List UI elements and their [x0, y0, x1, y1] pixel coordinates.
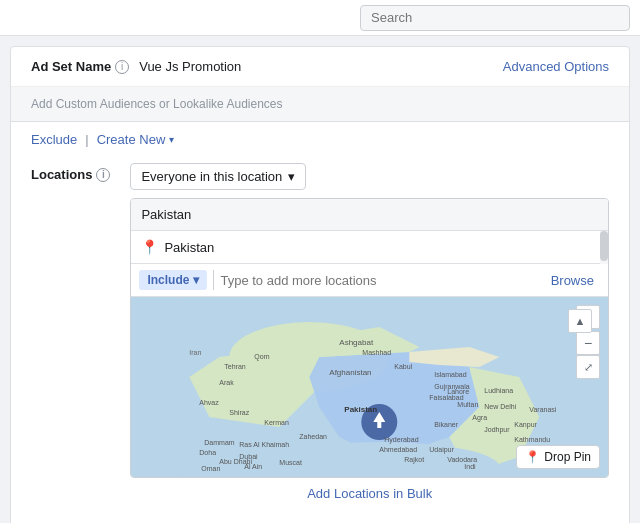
- svg-text:Vadodara: Vadodara: [448, 456, 478, 463]
- svg-text:Oman: Oman: [202, 465, 221, 472]
- svg-text:Tehran: Tehran: [225, 363, 247, 370]
- custom-audiences-text: Add Custom Audiences or Lookalike Audien…: [31, 97, 283, 111]
- svg-text:Ashgabat: Ashgabat: [340, 338, 375, 347]
- svg-text:Arak: Arak: [220, 379, 235, 386]
- svg-text:Doha: Doha: [200, 449, 217, 456]
- svg-text:Faisalabad: Faisalabad: [430, 394, 464, 401]
- locations-info-icon[interactable]: i: [96, 168, 110, 182]
- everyone-dropdown[interactable]: Everyone in this location ▾: [130, 163, 306, 190]
- svg-text:Mashhad: Mashhad: [363, 349, 392, 356]
- pakistan-row: 📍 Pakistan: [131, 231, 608, 264]
- svg-text:Afghanistan: Afghanistan: [330, 368, 372, 377]
- everyone-label: Everyone in this location: [141, 169, 282, 184]
- svg-text:Hyderabad: Hyderabad: [385, 436, 419, 444]
- include-divider: [213, 270, 214, 290]
- create-new-label: Create New: [97, 132, 166, 147]
- custom-audiences-bar: Add Custom Audiences or Lookalike Audien…: [11, 87, 629, 122]
- svg-text:Multan: Multan: [458, 401, 479, 408]
- svg-text:Udaipur: Udaipur: [430, 446, 455, 454]
- drop-pin-button[interactable]: 📍 Drop Pin: [516, 445, 600, 469]
- svg-text:Zahedan: Zahedan: [300, 433, 328, 440]
- svg-text:Qom: Qom: [255, 353, 270, 361]
- type-locations-input[interactable]: [220, 273, 544, 288]
- svg-text:Shiraz: Shiraz: [230, 409, 250, 416]
- svg-text:Ahvaz: Ahvaz: [200, 399, 220, 406]
- pakistan-pin-icon: 📍: [141, 239, 158, 255]
- locations-row: Locations i Everyone in this location ▾ …: [11, 153, 629, 519]
- svg-rect-10: [378, 422, 382, 428]
- svg-text:Kabul: Kabul: [395, 363, 413, 370]
- adset-name-value: Vue Js Promotion: [139, 59, 503, 74]
- left-panel: Ad Set Name i Vue Js Promotion Advanced …: [10, 46, 630, 523]
- pakistan-header: Pakistan: [131, 199, 608, 231]
- advanced-options-link[interactable]: Advanced Options: [503, 59, 609, 74]
- create-new-arrow-icon: ▾: [169, 134, 174, 145]
- include-label: Include: [147, 273, 189, 287]
- locations-label: Locations i: [31, 163, 120, 182]
- map-scroll-up[interactable]: ▲: [568, 309, 592, 333]
- svg-text:Rajkot: Rajkot: [405, 456, 425, 464]
- svg-text:Islamabad: Islamabad: [435, 371, 467, 378]
- separator: |: [85, 132, 88, 147]
- include-row: Include ▾ Browse: [131, 264, 608, 297]
- svg-text:Jodhpur: Jodhpur: [485, 426, 511, 434]
- exclude-link[interactable]: Exclude: [31, 132, 77, 147]
- svg-text:Dubai: Dubai: [240, 453, 259, 460]
- svg-text:Muscat: Muscat: [280, 459, 303, 466]
- age-row: Age i 18 13 14 15 16 17 19 20 21 25 - 65…: [11, 519, 629, 523]
- svg-text:New Delhi: New Delhi: [485, 403, 517, 410]
- everyone-dropdown-arrow-icon: ▾: [288, 169, 295, 184]
- map-controls: ▲ + −: [576, 305, 600, 355]
- map-expand-button[interactable]: ⤢: [576, 355, 600, 379]
- include-badge[interactable]: Include ▾: [139, 270, 207, 290]
- svg-text:Ludhiana: Ludhiana: [485, 387, 514, 394]
- pakistan-list-scrollbar-thumb: [600, 231, 608, 261]
- create-new-button[interactable]: Create New ▾: [97, 132, 175, 147]
- svg-text:Al Ain: Al Ain: [245, 463, 263, 470]
- svg-text:Ahmedabad: Ahmedabad: [380, 446, 418, 453]
- add-locations-link[interactable]: Add Locations in Bulk: [130, 478, 609, 509]
- pakistan-list-scroll: 📍 Pakistan: [131, 231, 608, 264]
- svg-text:Iran: Iran: [190, 349, 202, 356]
- pakistan-header-text: Pakistan: [141, 207, 191, 222]
- svg-text:Ras Al Khaimah: Ras Al Khaimah: [240, 441, 290, 448]
- pakistan-name: Pakistan: [164, 240, 214, 255]
- svg-text:Dammam: Dammam: [205, 439, 236, 446]
- locations-label-text: Locations: [31, 167, 92, 182]
- svg-text:Bikaner: Bikaner: [435, 421, 459, 428]
- svg-text:Pakistan: Pakistan: [345, 405, 378, 414]
- exclude-create-row: Exclude | Create New ▾: [11, 122, 629, 153]
- main-content: Ad Set Name i Vue Js Promotion Advanced …: [0, 36, 640, 523]
- search-input[interactable]: [360, 5, 630, 31]
- svg-text:Lahore: Lahore: [448, 388, 470, 395]
- map-zoom-out-button[interactable]: −: [576, 331, 600, 355]
- drop-pin-label: Drop Pin: [544, 450, 591, 464]
- svg-text:Kerman: Kerman: [265, 419, 290, 426]
- svg-text:Kathmandu: Kathmandu: [515, 436, 551, 443]
- svg-text:Varanasi: Varanasi: [530, 406, 558, 413]
- svg-text:Kanpur: Kanpur: [515, 421, 538, 429]
- drop-pin-icon: 📍: [525, 450, 540, 464]
- map-container: Tehran Qom Arak Ahvaz Shiraz Kerman Zahe…: [131, 297, 608, 477]
- svg-text:Indi: Indi: [465, 463, 477, 470]
- locations-content: Everyone in this location ▾ Pakistan 📍 P…: [130, 163, 609, 509]
- adset-name-label: Ad Set Name: [31, 59, 111, 74]
- browse-button[interactable]: Browse: [545, 273, 600, 288]
- location-search-area: Pakistan 📍 Pakistan: [130, 198, 609, 478]
- svg-text:Agra: Agra: [473, 414, 488, 422]
- pakistan-list-scrollbar[interactable]: [600, 231, 608, 264]
- adset-name-row: Ad Set Name i Vue Js Promotion Advanced …: [11, 47, 629, 87]
- adset-name-info-icon[interactable]: i: [115, 60, 129, 74]
- top-bar: [0, 0, 640, 36]
- include-dropdown-arrow-icon: ▾: [193, 273, 199, 287]
